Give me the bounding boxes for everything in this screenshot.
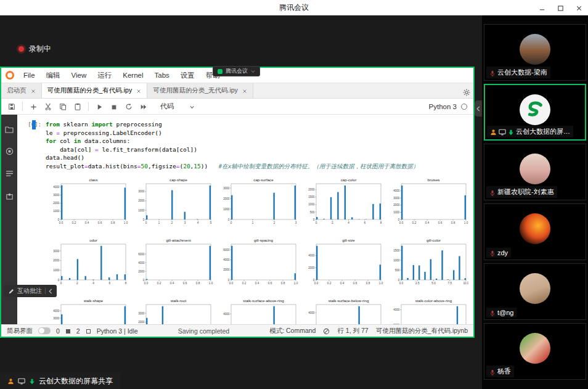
menu-item-0[interactable]: File bbox=[18, 68, 41, 83]
participant-name-tag: 云创大数据的屏… bbox=[487, 126, 573, 137]
cell-output: class010002000300040000.00.20.40.60.81.0… bbox=[46, 176, 473, 324]
svg-text:1.0: 1.0 bbox=[209, 282, 213, 285]
folder-icon[interactable] bbox=[5, 123, 14, 134]
participant-tile-2[interactable]: 新疆农职院-刘素惠 bbox=[484, 144, 586, 200]
svg-text:1.0: 1.0 bbox=[379, 282, 383, 285]
svg-text:2.5: 2.5 bbox=[415, 282, 420, 285]
command-mode-label[interactable]: 模式: Command bbox=[269, 327, 316, 335]
menu-item-4[interactable]: Kernel bbox=[117, 68, 149, 83]
menu-item-3[interactable]: 运行 bbox=[92, 68, 117, 83]
chevron-left-icon[interactable] bbox=[49, 288, 52, 295]
cell-type-dropdown[interactable]: 代码 bbox=[157, 101, 198, 112]
svg-text:2: 2 bbox=[332, 221, 333, 224]
code-editor[interactable]: from sklearn import preprocessingle = pr… bbox=[46, 120, 419, 170]
svg-text:2000: 2000 bbox=[138, 199, 145, 202]
tab-1[interactable]: 可使用菌菇的分类_有代码.ipy bbox=[42, 83, 148, 98]
share-arrow-icon bbox=[29, 377, 35, 385]
svg-text:0.4: 0.4 bbox=[255, 282, 259, 285]
menu-item-6[interactable]: 设置 bbox=[175, 68, 200, 83]
svg-text:0.0: 0.0 bbox=[229, 282, 234, 285]
menu-item-2[interactable]: View bbox=[66, 68, 92, 83]
tab-2[interactable]: 可使用菌菇的分类_无代码.ipy bbox=[147, 83, 253, 98]
participant-name-tag: zdy bbox=[486, 248, 511, 258]
svg-text:0: 0 bbox=[145, 221, 147, 224]
notification-off-icon[interactable] bbox=[323, 327, 330, 335]
extension-icon[interactable] bbox=[6, 190, 14, 201]
mic-muted-icon bbox=[489, 249, 496, 256]
maximize-button[interactable] bbox=[551, 0, 570, 15]
mic-muted-icon bbox=[489, 68, 496, 76]
annotation-tool-pill[interactable]: 互动批注 bbox=[4, 285, 57, 297]
cell-collapser[interactable] bbox=[32, 120, 36, 129]
participant-tile-3[interactable]: zdy bbox=[484, 203, 586, 260]
avatar bbox=[520, 333, 550, 364]
minimize-button[interactable] bbox=[533, 0, 551, 15]
menu-item-5[interactable]: Tabs bbox=[149, 68, 175, 83]
save-icon[interactable] bbox=[7, 102, 16, 110]
meeting-floating-toolbar[interactable]: 腾讯会议 bbox=[213, 66, 260, 76]
svg-text:1500: 1500 bbox=[393, 249, 400, 252]
participant-name: 新疆农职院-刘素惠 bbox=[497, 187, 554, 197]
avatar bbox=[520, 213, 550, 244]
gear-icon[interactable] bbox=[463, 86, 470, 97]
svg-text:1000: 1000 bbox=[53, 210, 60, 213]
tab-label: 可使用菌菇的分类_有代码.ipy bbox=[47, 86, 133, 95]
svg-text:2000: 2000 bbox=[308, 266, 315, 269]
restart-icon[interactable] bbox=[125, 102, 133, 110]
simple-mode-label: 简易界面 bbox=[7, 327, 33, 335]
code-line: data[col] = le.fit_transform(data[col]) bbox=[46, 145, 419, 154]
simple-mode-toggle[interactable] bbox=[38, 327, 51, 334]
copy-icon[interactable] bbox=[59, 102, 67, 110]
statusbar-filename: 可使用菌菇的分类_有代码.ipynb bbox=[376, 327, 468, 335]
kernel-indicator[interactable]: Python 3 bbox=[429, 103, 467, 110]
sidebar-collapse-handle[interactable] bbox=[475, 100, 482, 117]
menu-item-1[interactable]: 编辑 bbox=[41, 68, 66, 83]
tab-0[interactable]: 启动页 bbox=[1, 83, 42, 98]
close-button[interactable] bbox=[570, 0, 588, 15]
jupyter-logo-icon bbox=[6, 71, 14, 80]
run-icon[interactable] bbox=[95, 102, 104, 110]
svg-text:cap-surface: cap-surface bbox=[253, 178, 274, 182]
svg-text:4000: 4000 bbox=[393, 189, 400, 192]
svg-text:0: 0 bbox=[143, 279, 145, 282]
histogram-grid: class010002000300040000.00.20.40.60.81.0… bbox=[46, 176, 473, 324]
svg-text:500: 500 bbox=[310, 211, 315, 214]
cut-icon[interactable] bbox=[44, 102, 52, 110]
mic-muted-icon bbox=[489, 188, 496, 195]
svg-text:0.4: 0.4 bbox=[170, 282, 174, 285]
svg-text:0.0: 0.0 bbox=[59, 221, 63, 224]
participant-tile-1[interactable]: 云创大数据的屏… bbox=[484, 84, 586, 141]
cursor-position: 行 1, 列 77 bbox=[337, 327, 368, 335]
participant-tile-4[interactable]: t@ng bbox=[484, 263, 586, 320]
meeting-main-stage: 录制中 腾讯会议 File编辑View运行KernelTabs设置帮助 启动页可… bbox=[0, 15, 482, 389]
participant-tile-0[interactable]: 云创大数据-梁南 bbox=[484, 24, 586, 81]
participant-name: 云创大数据-梁南 bbox=[497, 68, 547, 77]
svg-text:bruises: bruises bbox=[428, 178, 440, 182]
svg-text:0: 0 bbox=[313, 279, 315, 282]
running-icon[interactable] bbox=[6, 145, 14, 157]
add-cell-icon[interactable] bbox=[29, 102, 38, 110]
close-tab-icon[interactable] bbox=[242, 88, 247, 94]
svg-text:1: 1 bbox=[158, 221, 160, 224]
svg-text:1500: 1500 bbox=[308, 195, 315, 199]
paste-icon[interactable] bbox=[73, 102, 82, 110]
close-tab-icon[interactable] bbox=[136, 88, 141, 94]
participant-name-tag: 云创大数据-梁南 bbox=[486, 67, 550, 78]
toc-icon[interactable] bbox=[6, 168, 14, 179]
svg-text:4000: 4000 bbox=[53, 186, 60, 189]
histogram-stalk-root: stalk-root010002000300001234 bbox=[131, 297, 214, 324]
svg-text:0.4: 0.4 bbox=[425, 221, 430, 224]
chevron-down-icon[interactable] bbox=[251, 68, 255, 75]
svg-text:0.6: 0.6 bbox=[98, 221, 102, 224]
histogram-stalk-surface-below-ring: stalk-surface-below-ring0200040000123 bbox=[301, 297, 385, 324]
svg-text:0: 0 bbox=[316, 221, 317, 224]
svg-text:0.8: 0.8 bbox=[366, 282, 370, 285]
svg-text:0: 0 bbox=[398, 279, 400, 282]
close-tab-icon[interactable] bbox=[31, 88, 36, 94]
restart-run-all-icon[interactable] bbox=[139, 102, 148, 110]
participant-name: 云创大数据的屏… bbox=[516, 127, 570, 136]
recording-label: 录制中 bbox=[29, 44, 51, 54]
participant-tile-5[interactable]: 杨香 bbox=[484, 323, 586, 380]
svg-text:4000: 4000 bbox=[308, 311, 315, 314]
stop-icon[interactable] bbox=[110, 102, 118, 110]
